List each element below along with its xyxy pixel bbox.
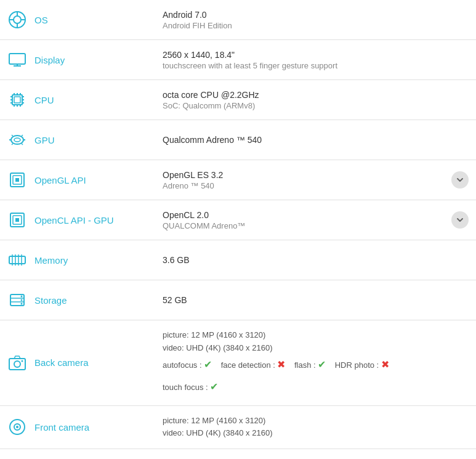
label-memory: Memory — [0, 240, 153, 280]
spec-table: OS Android 7.0 Android FIH Edition Displ… — [0, 0, 476, 459]
row-opengl: OpenGL API OpenGL ES 3.2 Adreno ™ 540 — [0, 160, 476, 200]
label-frontcamera: Front camera — [0, 406, 153, 449]
label-cpu: CPU — [0, 80, 153, 120]
touchfocus-label: touch focus : — [163, 383, 208, 392]
value-primary-opengl: OpenGL ES 3.2 — [163, 170, 466, 180]
row-frontcamera: Front camera picture: 12 MP (4160 x 3120… — [0, 406, 476, 450]
value-cpu: octa core CPU @2.2GHz SoC: Qualcomm (ARM… — [153, 80, 476, 120]
label-text-opengl: OpenGL API — [34, 175, 86, 185]
label-display: Display — [0, 40, 153, 79]
value-storage: 52 GB — [153, 280, 476, 320]
autofocus-check: ✔ — [204, 359, 212, 370]
memory-icon — [6, 249, 28, 271]
label-text-gpu: GPU — [34, 135, 55, 145]
svg-rect-56 — [9, 359, 25, 370]
label-text-storage: Storage — [34, 295, 67, 306]
svg-line-29 — [12, 144, 13, 145]
frontcamera-line1: picture: 12 MP (4160 x 3120) — [163, 415, 466, 428]
value-primary-cpu: octa core CPU @2.2GHz — [163, 90, 466, 100]
frontcamera-line2: video: UHD (4K) (3840 x 2160) — [163, 427, 466, 440]
value-features: accelerometer : ✔ altimeter : ✖ baromete… — [153, 449, 476, 459]
opencl-chevron[interactable] — [451, 211, 469, 229]
row-gpu: GPU Qualcomm Adreno ™ 540 — [0, 120, 476, 160]
facedetection-label: face detection : — [221, 360, 275, 370]
label-features: Features — [0, 449, 153, 459]
svg-rect-6 — [9, 54, 25, 64]
value-primary-storage: 52 GB — [163, 295, 466, 305]
label-gpu: GPU — [0, 120, 153, 160]
value-primary-memory: 3.6 GB — [163, 255, 466, 265]
touchfocus-check: ✔ — [210, 381, 218, 392]
label-text-backcamera: Back camera — [34, 357, 89, 368]
backcamera-features1: autofocus : ✔ face detection : ✖ flash :… — [163, 355, 466, 375]
display-icon — [6, 49, 28, 71]
storage-icon — [6, 289, 28, 311]
value-primary-os: Android 7.0 — [163, 10, 466, 20]
label-text-cpu: CPU — [34, 95, 54, 105]
value-primary-gpu: Qualcomm Adreno ™ 540 — [163, 135, 466, 145]
backcamera-line2: video: UHD (4K) (3840 x 2160) — [163, 342, 466, 355]
row-features: Features accelerometer : ✔ altimeter : ✖… — [0, 449, 476, 459]
row-opencl: OpenCL API - GPU OpenCL 2.0 QUALCOMM Adr… — [0, 200, 476, 240]
cpu-icon — [6, 89, 28, 111]
value-gpu: Qualcomm Adreno ™ 540 — [153, 120, 476, 160]
label-text-display: Display — [34, 55, 65, 65]
value-os: Android 7.0 Android FIH Edition — [153, 0, 476, 39]
frontcamera-icon — [6, 416, 28, 438]
row-cpu: CPU octa core CPU @2.2GHz SoC: Qualcomm … — [0, 80, 476, 120]
value-secondary-os: Android FIH Edition — [163, 21, 466, 30]
svg-point-61 — [16, 426, 18, 428]
opencl-icon — [6, 209, 28, 231]
row-display: Display 2560 x 1440, 18.4" touchscreen w… — [0, 40, 476, 80]
gpu-icon — [6, 129, 28, 151]
label-opengl: OpenGL API — [0, 160, 153, 200]
value-display: 2560 x 1440, 18.4" touchscreen with at l… — [153, 40, 476, 79]
svg-line-27 — [12, 135, 13, 136]
value-memory: 3.6 GB — [153, 240, 476, 280]
value-backcamera: picture: 12 MP (4160 x 3120) video: UHD … — [153, 320, 476, 405]
hdrphoto-cross: ✖ — [381, 359, 389, 370]
backcamera-line1: picture: 12 MP (4160 x 3120) — [163, 329, 466, 342]
label-storage: Storage — [0, 280, 153, 320]
opengl-chevron[interactable] — [451, 171, 469, 189]
label-backcamera: Back camera — [0, 320, 153, 405]
svg-rect-37 — [9, 256, 25, 264]
svg-point-55 — [21, 303, 23, 305]
svg-line-28 — [22, 135, 23, 136]
value-secondary-cpu: SoC: Qualcomm (ARMv8) — [163, 101, 466, 110]
svg-point-54 — [21, 299, 23, 301]
label-opencl: OpenCL API - GPU — [0, 200, 153, 240]
svg-line-30 — [22, 144, 23, 145]
label-text-memory: Memory — [34, 255, 68, 266]
value-secondary-opencl: QUALCOMM Adreno™ — [163, 221, 466, 230]
svg-point-58 — [22, 360, 23, 362]
value-secondary-opengl: Adreno ™ 540 — [163, 181, 466, 190]
row-memory: Memory 3.6 GB — [0, 240, 476, 280]
label-text-opencl: OpenCL API - GPU — [34, 215, 114, 225]
value-opengl: OpenGL ES 3.2 Adreno ™ 540 — [153, 160, 476, 200]
svg-rect-36 — [15, 218, 19, 222]
facedetection-cross: ✖ — [277, 359, 285, 370]
svg-point-1 — [14, 16, 21, 23]
opengl-icon — [6, 169, 28, 191]
svg-point-24 — [14, 138, 20, 142]
row-storage: Storage 52 GB — [0, 280, 476, 320]
label-os: OS — [0, 0, 153, 39]
value-primary-opencl: OpenCL 2.0 — [163, 210, 466, 220]
value-opencl: OpenCL 2.0 QUALCOMM Adreno™ — [153, 200, 476, 240]
value-primary-display: 2560 x 1440, 18.4" — [163, 50, 466, 60]
svg-rect-10 — [14, 97, 20, 103]
svg-point-53 — [21, 296, 23, 298]
autofocus-label: autofocus : — [163, 360, 202, 370]
value-frontcamera: picture: 12 MP (4160 x 3120) video: UHD … — [153, 406, 476, 449]
row-backcamera: Back camera picture: 12 MP (4160 x 3120)… — [0, 320, 476, 406]
flash-label: flash : — [294, 360, 316, 370]
camera-icon — [6, 352, 28, 374]
row-os: OS Android 7.0 Android FIH Edition — [0, 0, 476, 40]
os-icon — [6, 9, 28, 31]
hdrphoto-label: HDR photo : — [335, 360, 379, 370]
svg-point-23 — [11, 136, 23, 144]
backcamera-features2: touch focus : ✔ — [163, 377, 466, 397]
svg-point-57 — [14, 361, 20, 367]
value-secondary-display: touchscreen with at least 5 finger gestu… — [163, 61, 466, 70]
